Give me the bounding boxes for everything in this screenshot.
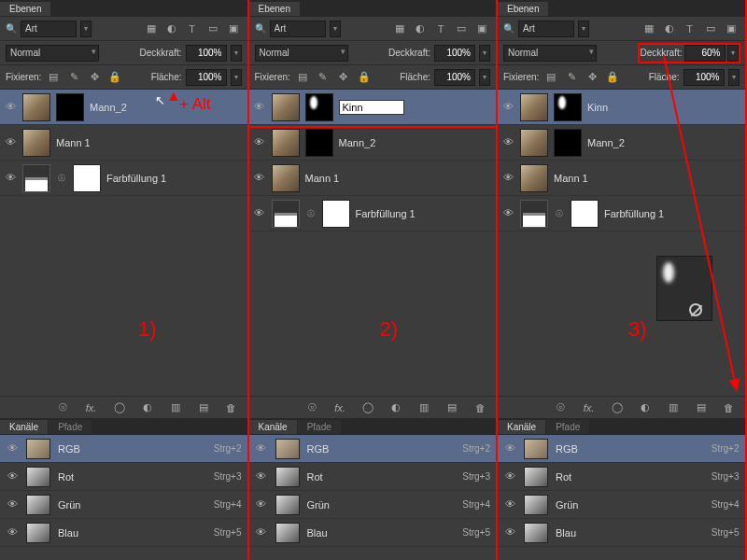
layer-thumb[interactable] xyxy=(22,164,50,192)
visibility-icon[interactable]: 👁 xyxy=(253,136,266,149)
channels-tab[interactable]: Kanäle xyxy=(249,420,297,434)
channel-row[interactable]: 👁RotStrg+3 xyxy=(498,463,745,491)
lock-brush-icon[interactable]: ✎ xyxy=(315,69,331,86)
visibility-icon[interactable]: 👁 xyxy=(4,136,17,149)
layer-thumb[interactable] xyxy=(520,93,548,121)
fill-dropdown-icon[interactable]: ▾ xyxy=(728,69,740,86)
channel-row[interactable]: 👁GrünStrg+4 xyxy=(498,491,745,519)
opacity-value[interactable]: 60% xyxy=(684,45,726,62)
group-icon[interactable]: ▥ xyxy=(167,399,184,416)
link-layers-icon[interactable]: ⦾ xyxy=(553,399,570,416)
visibility-icon[interactable]: 👁 xyxy=(501,136,514,149)
layer-row[interactable]: 👁 xyxy=(249,90,497,125)
filter-smart-icon[interactable]: ▣ xyxy=(473,21,490,37)
layer-thumb[interactable] xyxy=(520,200,548,228)
fill-dropdown-icon[interactable]: ▾ xyxy=(479,69,490,86)
mask-thumb[interactable] xyxy=(322,200,350,228)
paths-tab[interactable]: Pfade xyxy=(546,420,589,434)
new-fill-icon[interactable]: ◐ xyxy=(388,399,404,416)
mask-thumb[interactable] xyxy=(571,200,599,228)
layer-row[interactable]: 👁 ⦾ Farbfüllung 1 xyxy=(498,196,745,231)
layer-row[interactable]: 👁 Mann 1 xyxy=(0,125,247,161)
channel-row[interactable]: 👁RotStrg+3 xyxy=(249,463,497,491)
layer-filter-input[interactable] xyxy=(21,21,77,37)
filter-dropdown-icon[interactable]: ▾ xyxy=(80,21,92,37)
fx-icon[interactable]: fx. xyxy=(83,399,100,416)
opacity-value[interactable]: 100% xyxy=(434,45,475,62)
channel-row[interactable]: 👁BlauStrg+5 xyxy=(249,519,497,547)
layer-row[interactable]: 👁 ⦾ Farbfüllung 1 xyxy=(249,196,497,231)
lock-all-icon[interactable]: 🔒 xyxy=(106,69,123,86)
lock-move-icon[interactable]: ✥ xyxy=(86,69,103,86)
new-layer-icon[interactable]: ▤ xyxy=(693,399,710,416)
paths-tab[interactable]: Pfade xyxy=(49,420,92,434)
visibility-icon[interactable]: 👁 xyxy=(4,101,17,114)
layers-tab[interactable]: Ebenen xyxy=(0,2,50,16)
visibility-icon[interactable]: 👁 xyxy=(4,172,17,185)
layer-row[interactable]: 👁 Mann_2 xyxy=(498,125,745,161)
new-layer-icon[interactable]: ▤ xyxy=(195,399,212,416)
filter-dropdown-icon[interactable]: ▾ xyxy=(330,21,341,37)
channel-row[interactable]: 👁RGBStrg+2 xyxy=(249,435,497,463)
layer-thumb[interactable] xyxy=(272,164,300,192)
mask-thumb[interactable] xyxy=(305,93,333,121)
lock-all-icon[interactable]: 🔒 xyxy=(604,69,621,86)
layer-row[interactable]: 👁 Mann 1 xyxy=(249,161,497,196)
channel-row[interactable]: 👁 Rot Strg+3 xyxy=(0,463,247,491)
filter-adjust-icon[interactable]: ◐ xyxy=(661,21,678,37)
lock-brush-icon[interactable]: ✎ xyxy=(65,69,82,86)
layer-row[interactable]: 👁 Kinn xyxy=(498,90,745,125)
visibility-icon[interactable]: 👁 xyxy=(253,207,266,220)
channel-row[interactable]: 👁GrünStrg+4 xyxy=(249,491,497,519)
visibility-icon[interactable]: 👁 xyxy=(6,526,19,539)
channel-row[interactable]: 👁 RGB Strg+2 xyxy=(0,435,247,463)
trash-icon[interactable]: 🗑 xyxy=(721,399,738,416)
lock-move-icon[interactable]: ✥ xyxy=(335,69,352,86)
channel-row[interactable]: 👁RGBStrg+2 xyxy=(498,435,745,463)
layer-thumb[interactable] xyxy=(272,129,300,157)
visibility-icon[interactable]: 👁 xyxy=(6,498,19,511)
mask-thumb[interactable] xyxy=(554,129,582,157)
link-layers-icon[interactable]: ⦾ xyxy=(303,399,320,416)
visibility-icon[interactable]: 👁 xyxy=(6,470,19,483)
filter-image-icon[interactable]: ▦ xyxy=(391,21,408,37)
filter-shape-icon[interactable]: ▭ xyxy=(702,21,719,37)
mask-thumb[interactable] xyxy=(554,93,582,121)
channels-tab[interactable]: Kanäle xyxy=(498,420,545,434)
visibility-icon[interactable]: 👁 xyxy=(501,172,514,185)
visibility-icon[interactable]: 👁 xyxy=(253,172,266,185)
lock-transparency-icon[interactable]: ▤ xyxy=(45,69,62,86)
channel-row[interactable]: 👁 Grün Strg+4 xyxy=(0,491,247,519)
group-icon[interactable]: ▥ xyxy=(665,399,682,416)
layer-filter-input[interactable] xyxy=(518,21,574,37)
filter-type-icon[interactable]: T xyxy=(682,21,698,37)
mask-icon[interactable]: ◯ xyxy=(111,399,128,416)
blend-mode-select[interactable]: Normal xyxy=(503,45,597,62)
filter-type-icon[interactable]: T xyxy=(184,21,201,37)
channel-row[interactable]: 👁 Blau Strg+5 xyxy=(0,519,247,547)
layers-tab[interactable]: Ebenen xyxy=(498,2,548,16)
mask-icon[interactable]: ◯ xyxy=(609,399,626,416)
layer-row[interactable]: 👁 Mann_2 ↖ xyxy=(0,90,247,125)
layer-rename-input[interactable] xyxy=(339,100,404,115)
lock-all-icon[interactable]: 🔒 xyxy=(356,69,373,86)
mask-thumb[interactable] xyxy=(73,164,101,192)
fill-dropdown-icon[interactable]: ▾ xyxy=(231,69,242,86)
fill-value[interactable]: 100% xyxy=(434,69,475,86)
trash-icon[interactable]: 🗑 xyxy=(472,399,488,416)
mask-icon[interactable]: ◯ xyxy=(359,399,376,416)
lock-transparency-icon[interactable]: ▤ xyxy=(543,69,559,86)
filter-dropdown-icon[interactable]: ▾ xyxy=(578,21,589,37)
layers-tab[interactable]: Ebenen xyxy=(249,2,300,16)
link-layers-icon[interactable]: ⦾ xyxy=(55,399,72,416)
mask-thumb[interactable] xyxy=(56,93,84,121)
lock-transparency-icon[interactable]: ▤ xyxy=(294,69,311,86)
lock-move-icon[interactable]: ✥ xyxy=(584,69,600,86)
new-fill-icon[interactable]: ◐ xyxy=(637,399,654,416)
filter-image-icon[interactable]: ▦ xyxy=(143,21,160,37)
fill-value[interactable]: 100% xyxy=(186,69,227,86)
opacity-dropdown-icon[interactable]: ▾ xyxy=(727,45,739,62)
visibility-icon[interactable]: 👁 xyxy=(6,442,19,455)
lock-brush-icon[interactable]: ✎ xyxy=(563,69,580,86)
filter-smart-icon[interactable]: ▣ xyxy=(723,21,740,37)
